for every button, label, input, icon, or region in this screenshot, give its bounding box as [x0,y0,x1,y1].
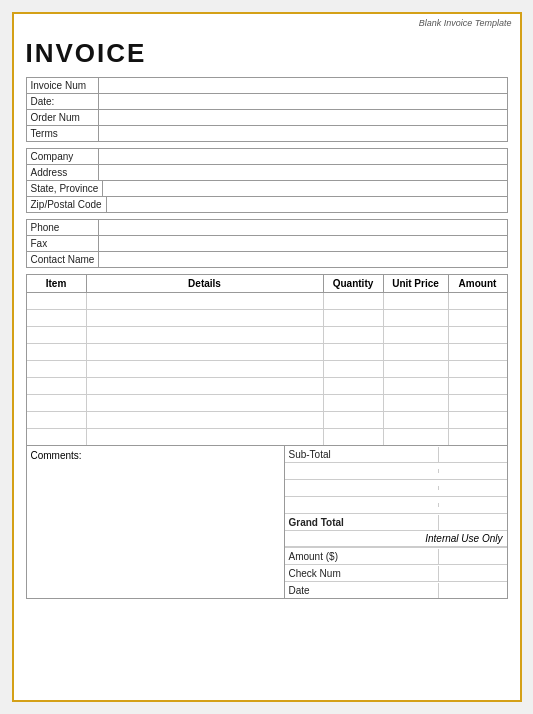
details-cell[interactable] [87,395,324,411]
qty-cell[interactable] [324,412,384,428]
unit-price-cell[interactable] [384,429,449,445]
qty-cell[interactable] [324,310,384,326]
item-cell[interactable] [27,327,87,343]
internal-use-header-row: Internal Use Only [285,531,507,548]
header-unit-price: Unit Price [384,275,449,292]
details-cell[interactable] [87,378,324,394]
unit-price-cell[interactable] [384,344,449,360]
check-num-row: Check Num [285,565,507,582]
details-cell[interactable] [87,412,324,428]
qty-cell[interactable] [324,327,384,343]
zip-value[interactable] [107,197,507,212]
header-quantity: Quantity [324,275,384,292]
unit-price-cell[interactable] [384,293,449,309]
header-amount: Amount [449,275,507,292]
amount-cell[interactable] [449,310,507,326]
item-cell[interactable] [27,310,87,326]
item-cell[interactable] [27,412,87,428]
phone-label: Phone [27,220,99,235]
contact-name-label: Contact Name [27,252,100,267]
comments-area[interactable]: Comments: [27,446,285,598]
grand-total-value[interactable] [439,514,507,530]
amount-cell[interactable] [449,395,507,411]
details-cell[interactable] [87,293,324,309]
details-cell[interactable] [87,344,324,360]
amount-cell[interactable] [449,327,507,343]
order-num-value[interactable] [99,110,507,125]
header-item: Item [27,275,87,292]
unit-price-cell[interactable] [384,395,449,411]
details-cell[interactable] [87,327,324,343]
qty-cell[interactable] [324,344,384,360]
item-cell[interactable] [27,293,87,309]
blank-value-1[interactable] [439,463,507,479]
date-totals-label: Date [285,583,439,598]
terms-label: Terms [27,126,99,141]
unit-price-cell[interactable] [384,310,449,326]
phone-value[interactable] [99,220,507,235]
blank-value-2[interactable] [439,480,507,496]
blank-row-1 [285,463,507,480]
unit-price-cell[interactable] [384,412,449,428]
item-cell[interactable] [27,344,87,360]
details-cell[interactable] [87,310,324,326]
blank-value-3[interactable] [439,497,507,513]
state-value[interactable] [103,181,506,196]
amount-cell[interactable] [449,361,507,377]
details-cell[interactable] [87,429,324,445]
invoice-page: Blank Invoice Template INVOICE Invoice N… [12,12,522,702]
item-cell[interactable] [27,361,87,377]
table-row [27,327,507,344]
check-num-value[interactable] [439,565,507,581]
amount-cell[interactable] [449,293,507,309]
date-row: Date: [27,94,507,110]
address-value[interactable] [99,165,507,180]
table-header-row: Item Details Quantity Unit Price Amount [27,275,507,293]
date-totals-value[interactable] [439,582,507,598]
invoice-num-row: Invoice Num [27,78,507,94]
unit-price-cell[interactable] [384,378,449,394]
invoice-num-value[interactable] [99,78,507,93]
item-cell[interactable] [27,429,87,445]
order-num-label: Order Num [27,110,99,125]
amount-s-label: Amount ($) [285,549,439,564]
invoice-info-section: Invoice Num Date: Order Num Terms [26,77,508,142]
qty-cell[interactable] [324,395,384,411]
qty-cell[interactable] [324,378,384,394]
blank-label-2 [285,486,439,490]
table-row [27,344,507,361]
date-value[interactable] [99,94,507,109]
table-row [27,293,507,310]
grand-total-label: Grand Total [285,515,439,530]
unit-price-cell[interactable] [384,327,449,343]
date-row-totals: Date [285,582,507,598]
terms-value[interactable] [99,126,507,141]
amount-cell[interactable] [449,412,507,428]
table-row [27,361,507,378]
amount-s-row: Amount ($) [285,548,507,565]
subtotal-row: Sub-Total [285,446,507,463]
unit-price-cell[interactable] [384,361,449,377]
company-row: Company [27,149,507,165]
details-cell[interactable] [87,361,324,377]
comments-label: Comments: [31,450,82,461]
fax-value[interactable] [99,236,507,251]
qty-cell[interactable] [324,429,384,445]
qty-cell[interactable] [324,293,384,309]
internal-use-label: Internal Use Only [285,531,507,547]
item-cell[interactable] [27,395,87,411]
contact-name-value[interactable] [99,252,506,267]
contact-name-row: Contact Name [27,252,507,267]
subtotal-value[interactable] [439,446,507,462]
item-cell[interactable] [27,378,87,394]
amount-cell[interactable] [449,378,507,394]
fax-row: Fax [27,236,507,252]
company-value[interactable] [99,149,507,164]
blank-label-3 [285,503,439,507]
qty-cell[interactable] [324,361,384,377]
amount-cell[interactable] [449,429,507,445]
company-section: Company Address State, Province Zip/Post… [26,148,508,213]
amount-s-value[interactable] [439,548,507,564]
company-label: Company [27,149,99,164]
amount-cell[interactable] [449,344,507,360]
